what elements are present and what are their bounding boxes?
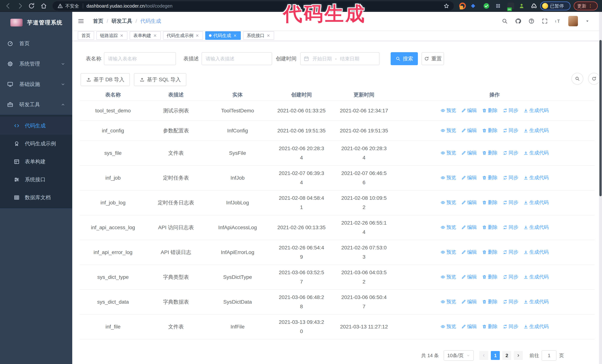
action-sync-link[interactable]: 同步 xyxy=(503,224,518,230)
next-page-button[interactable] xyxy=(514,351,523,360)
action-eye-link[interactable]: 预览 xyxy=(441,127,456,134)
action-edit-link[interactable]: 编辑 xyxy=(461,150,477,156)
sidebar-item-devtools[interactable]: 研发工具 xyxy=(0,94,72,115)
action-download-link[interactable]: 生成代码 xyxy=(524,299,549,305)
close-icon[interactable] xyxy=(153,33,157,38)
tab-home[interactable]: 首页 xyxy=(78,31,94,40)
import-db-button[interactable]: 基于 DB 导入 xyxy=(81,73,130,86)
action-edit-link[interactable]: 编辑 xyxy=(461,249,477,255)
close-icon[interactable] xyxy=(120,33,124,38)
tab-codegen[interactable]: 代码生成 xyxy=(205,31,241,40)
search-button[interactable]: 搜索 xyxy=(391,52,418,65)
import-sql-button[interactable]: 基于 SQL 导入 xyxy=(134,73,186,86)
action-edit-link[interactable]: 编辑 xyxy=(461,274,477,280)
caret-down-icon[interactable] xyxy=(585,19,590,23)
action-download-link[interactable]: 生成代码 xyxy=(524,127,549,134)
page-scrollbar[interactable] xyxy=(599,12,602,364)
browser-home-icon[interactable] xyxy=(40,2,47,10)
bookmark-star-icon[interactable] xyxy=(443,3,449,9)
github-icon[interactable] xyxy=(515,18,521,24)
action-edit-link[interactable]: 编辑 xyxy=(461,299,477,305)
extension-on-icon[interactable]: on xyxy=(507,3,514,9)
action-delete-link[interactable]: 删除 xyxy=(482,224,497,230)
extension-person-icon[interactable] xyxy=(518,3,525,9)
extension-check-icon[interactable] xyxy=(483,3,490,9)
action-download-link[interactable]: 生成代码 xyxy=(524,174,549,181)
action-sync-link[interactable]: 同步 xyxy=(503,150,518,156)
sidebar-logo-row[interactable]: 芋道管理系统 xyxy=(0,12,72,33)
action-eye-link[interactable]: 预览 xyxy=(441,274,456,280)
action-download-link[interactable]: 生成代码 xyxy=(524,150,549,156)
sidebar-item-infra[interactable]: 基础设施 xyxy=(0,74,72,94)
action-sync-link[interactable]: 同步 xyxy=(503,174,518,181)
action-edit-link[interactable]: 编辑 xyxy=(461,323,477,330)
hamburger-icon[interactable] xyxy=(77,18,85,25)
search-icon[interactable] xyxy=(502,18,508,24)
action-download-link[interactable]: 生成代码 xyxy=(524,107,549,114)
kebab-menu-icon[interactable] xyxy=(588,3,593,8)
action-delete-link[interactable]: 删除 xyxy=(482,249,497,255)
action-eye-link[interactable]: 预览 xyxy=(441,299,456,305)
action-sync-link[interactable]: 同步 xyxy=(503,299,518,305)
prev-page-button[interactable] xyxy=(479,351,488,360)
action-edit-link[interactable]: 编辑 xyxy=(461,224,477,230)
update-badge[interactable]: 更新 xyxy=(574,1,598,10)
action-edit-link[interactable]: 编辑 xyxy=(461,199,477,206)
sidebar-item-system-api[interactable]: 系统接口 xyxy=(0,170,72,188)
action-eye-link[interactable]: 预览 xyxy=(441,224,456,230)
action-download-link[interactable]: 生成代码 xyxy=(524,274,549,280)
reset-button[interactable]: 重置 xyxy=(422,52,444,65)
page-size-select[interactable]: 10条/页 xyxy=(444,350,474,361)
action-edit-link[interactable]: 编辑 xyxy=(461,174,477,181)
action-delete-link[interactable]: 删除 xyxy=(482,127,497,134)
extensions-puzzle-icon[interactable] xyxy=(530,3,537,9)
tab-codegen-example[interactable]: 代码生成示例 xyxy=(163,31,203,40)
sidebar-item-codegen-example[interactable]: 代码生成示例 xyxy=(0,135,72,153)
paused-badge[interactable]: 已暂停 xyxy=(540,1,570,10)
extension-icon[interactable] xyxy=(459,3,466,9)
avatar[interactable] xyxy=(568,16,578,26)
breadcrumb-item[interactable]: 研发工具 xyxy=(111,18,132,25)
tab-form-builder[interactable]: 表单构建 xyxy=(130,31,161,40)
date-range-picker[interactable]: - xyxy=(300,52,379,65)
action-eye-link[interactable]: 预览 xyxy=(441,249,456,255)
breadcrumb-item[interactable]: 首页 xyxy=(93,18,103,25)
url-bar[interactable]: 不安全 dashboard.yudao.iocoder.cn/tool/code… xyxy=(53,1,454,10)
action-edit-link[interactable]: 编辑 xyxy=(461,107,477,114)
action-sync-link[interactable]: 同步 xyxy=(503,199,518,206)
action-delete-link[interactable]: 删除 xyxy=(482,150,497,156)
sidebar-item-form-builder[interactable]: 表单构建 xyxy=(0,153,72,170)
scrollbar-thumb[interactable] xyxy=(599,40,602,196)
action-eye-link[interactable]: 预览 xyxy=(441,150,456,156)
close-icon[interactable] xyxy=(266,33,270,38)
fullscreen-icon[interactable] xyxy=(542,18,548,24)
extension-diamond-icon[interactable] xyxy=(470,3,476,9)
font-size-icon[interactable]: tT xyxy=(555,18,561,24)
tab-system-api[interactable]: 系统接口 xyxy=(243,31,274,40)
action-delete-link[interactable]: 删除 xyxy=(482,274,497,280)
action-eye-link[interactable]: 预览 xyxy=(441,174,456,181)
action-download-link[interactable]: 生成代码 xyxy=(524,249,549,255)
sidebar-item-db-doc[interactable]: 数据库文档 xyxy=(0,188,72,207)
action-delete-link[interactable]: 删除 xyxy=(482,107,497,114)
action-sync-link[interactable]: 同步 xyxy=(503,107,518,114)
sidebar-item-system[interactable]: 系统管理 xyxy=(0,54,72,74)
goto-page-input[interactable] xyxy=(542,350,556,361)
action-edit-link[interactable]: 编辑 xyxy=(461,127,477,134)
sidebar-item-home[interactable]: 首页 xyxy=(0,33,72,54)
browser-back-icon[interactable] xyxy=(5,2,12,10)
table-desc-input[interactable] xyxy=(202,52,272,65)
close-icon[interactable] xyxy=(233,33,237,38)
action-download-link[interactable]: 生成代码 xyxy=(524,224,549,230)
action-delete-link[interactable]: 删除 xyxy=(482,323,497,330)
action-sync-link[interactable]: 同步 xyxy=(503,127,518,134)
browser-forward-icon[interactable] xyxy=(17,2,24,10)
action-eye-link[interactable]: 预览 xyxy=(441,323,456,330)
action-eye-link[interactable]: 预览 xyxy=(441,199,456,206)
action-sync-link[interactable]: 同步 xyxy=(503,274,518,280)
action-eye-link[interactable]: 预览 xyxy=(441,107,456,114)
help-icon[interactable] xyxy=(528,18,535,24)
table-name-input[interactable] xyxy=(104,52,176,65)
action-download-link[interactable]: 生成代码 xyxy=(524,323,549,330)
action-download-link[interactable]: 生成代码 xyxy=(524,199,549,206)
